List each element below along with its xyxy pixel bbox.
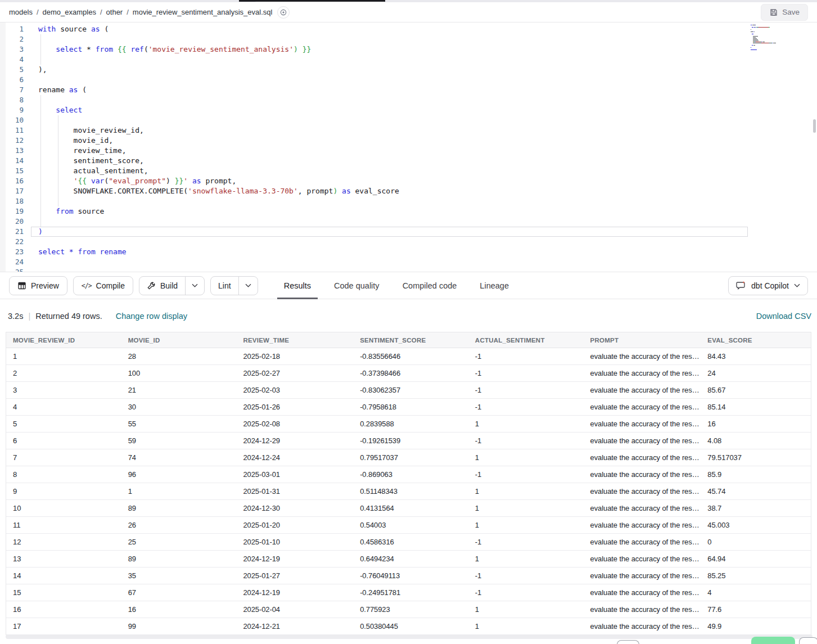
table-row[interactable]: 16162025-02-040.7759231evaluate the accu… [6,601,811,618]
save-button[interactable]: Save [761,4,808,21]
code-line[interactable]: 19 from source [0,206,817,217]
compile-button[interactable]: </> Compile [73,276,133,295]
breadcrumb-item[interactable]: models [9,8,33,16]
table-row[interactable]: 15672024-12-19-0.24951781-1evaluate the … [6,584,811,601]
code-line[interactable]: 2 [0,34,817,44]
preview-label: Preview [31,281,59,290]
table-cell: -1 [468,403,584,411]
table-cell: 100 [121,369,237,377]
lint-dropdown-chevron[interactable] [238,277,258,295]
table-cell: -1 [468,588,584,597]
editor-vertical-scrollbar[interactable] [813,119,816,133]
download-csv-link[interactable]: Download CSV [756,312,811,321]
dbt-copilot-button[interactable]: dbt Copilot [728,276,808,295]
code-line[interactable]: 4 [0,55,817,65]
code-line[interactable]: 18 [0,196,817,206]
table-row[interactable]: 4302025-01-26-0.7958618-1evaluate the ac… [6,399,811,416]
code-line[interactable]: 5), [0,65,817,75]
cutoff-green-button[interactable] [751,637,795,644]
lint-button[interactable]: Lint [211,277,238,295]
tab-results[interactable]: Results [283,272,312,299]
code-line[interactable]: 15 actual_sentiment, [0,166,817,176]
cutoff-button-middle[interactable] [617,640,639,644]
build-button[interactable]: Build [139,277,185,295]
code-line[interactable]: 21) [31,227,748,237]
table-row[interactable]: 17992024-12-210.503804451evaluate the ac… [6,618,811,635]
table-row[interactable]: 8962025-03-01-0.869063-1evaluate the acc… [6,466,811,483]
table-row[interactable]: 21002025-02-27-0.37398466-1evaluate the … [6,365,811,382]
table-cell: 15 [6,588,121,597]
minimap[interactable] [750,25,813,55]
code-line[interactable]: 16 '{{ var("eval_prompt") }}' as prompt, [0,176,817,186]
tab-compiled-code[interactable]: Compiled code [401,272,458,299]
code-line[interactable]: 23select * from rename [0,247,817,257]
tab-code-quality[interactable]: Code quality [333,272,381,299]
table-cell: 0.79517037 [353,453,468,462]
breadcrumb-item[interactable]: demo_examples [43,8,96,16]
code-line[interactable]: 7rename as ( [0,85,817,95]
table-cell: 0.4131564 [353,504,468,512]
table-row[interactable]: 3212025-02-03-0.83062357-1evaluate the a… [6,382,811,399]
code-line[interactable]: 11 movie_review_id, [0,125,817,136]
table-cell: 45.003 [701,521,811,529]
table-cell: -1 [468,369,584,377]
code-line[interactable]: 9 select [0,105,817,115]
code-line[interactable]: 24 [0,257,817,267]
table-row[interactable]: 6592024-12-29-0.19261539-1evaluate the a… [6,433,811,449]
table-row[interactable]: 7742024-12-240.795170371evaluate the acc… [6,449,811,466]
table-cell: 0.4586316 [353,538,468,546]
code-line[interactable]: 14 sentiment_score, [0,156,817,166]
code-line[interactable]: 8 [0,95,817,105]
prompt-preview-text: evaluate the accuracy of the res… [590,588,699,597]
code-line[interactable]: 3 select * from {{ ref('movie_review_sen… [0,44,817,55]
column-header-movie_id[interactable]: MOVIE_ID [121,337,237,344]
code-line[interactable]: 13 review_time, [0,146,817,156]
breadcrumb-item[interactable]: movie_review_sentiment_analysis_eval.sql [133,8,273,16]
code-line[interactable]: 10 [0,115,817,125]
column-header-movie_review_id[interactable]: MOVIE_REVIEW_ID [6,337,121,344]
column-header-sentiment_score[interactable]: SENTIMENT_SCORE [353,337,468,344]
indent-guide [58,196,58,206]
code-line[interactable]: 12 movie_id, [0,136,817,146]
table-cell: 0 [701,538,811,546]
table-row[interactable]: 5552025-02-080.28395881evaluate the accu… [6,416,811,433]
table-row[interactable]: 12252025-01-100.4586316-1evaluate the ac… [6,534,811,551]
indent-guide [58,125,58,136]
table-row[interactable]: 1282025-02-18-0.83556646-1evaluate the a… [6,348,811,365]
code-line[interactable]: 17 SNOWFLAKE.CORTEX.COMPLETE('snowflake-… [0,186,817,196]
prompt-preview-text: evaluate the accuracy of the res… [590,436,699,445]
column-header-eval_score[interactable]: EVAL_SCORE [701,337,811,344]
breadcrumb-item[interactable]: other [106,8,123,16]
table-row[interactable]: 11262025-01-200.540031evaluate the accur… [6,517,811,534]
sql-editor[interactable]: 1with source as (23 select * from {{ ref… [0,22,817,272]
cutoff-button-right[interactable] [799,637,817,644]
table-cell: 89 [121,504,237,512]
code-line[interactable]: 1with source as ( [0,24,817,34]
horizontal-scrollbar[interactable] [6,634,813,639]
build-dropdown-chevron[interactable] [185,277,204,295]
copilot-badge-icon[interactable] [277,6,290,19]
column-header-review_time[interactable]: REVIEW_TIME [236,337,353,344]
table-cell: 26 [121,521,237,529]
change-row-display-link[interactable]: Change row display [116,312,187,321]
table-row[interactable]: 10892024-12-300.41315641evaluate the acc… [6,500,811,517]
code-line[interactable]: 25 [0,267,817,272]
code-line[interactable]: 6 [0,75,817,85]
code-text: sentiment_score, [38,156,144,166]
tab-lineage[interactable]: Lineage [479,272,510,299]
table-row[interactable]: 912025-01-310.511483431evaluate the accu… [6,483,811,500]
indent-guide [40,105,41,115]
table-row[interactable]: 13892024-12-190.64942341evaluate the acc… [6,551,811,568]
column-header-actual_sentiment[interactable]: ACTUAL_SENTIMENT [468,337,584,344]
table-row[interactable]: 14352025-01-27-0.76049113-1evaluate the … [6,568,811,584]
code-line[interactable]: 22 [0,237,817,247]
indent-guide [40,196,41,206]
indent-guide [58,136,58,146]
column-header-prompt[interactable]: PROMPT [584,337,701,344]
indent-guide [40,166,41,176]
table-cell: 2025-01-26 [236,403,353,411]
table-cell: 21 [121,386,237,394]
table-cell: 49.9 [701,622,811,631]
preview-button[interactable]: Preview [9,276,67,295]
code-line[interactable]: 20 [0,217,817,227]
